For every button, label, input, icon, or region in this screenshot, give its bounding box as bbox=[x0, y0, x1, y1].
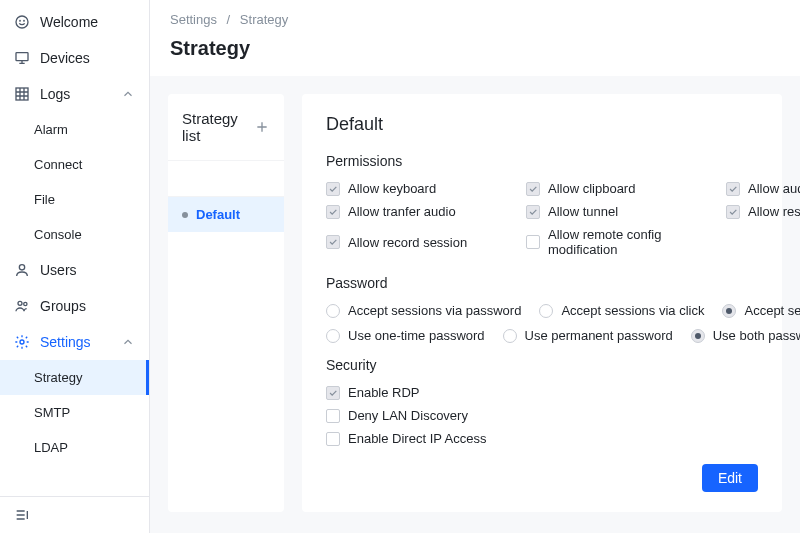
accept-via-both[interactable]: Accept sessions via both bbox=[722, 303, 800, 318]
checkbox-icon bbox=[526, 182, 540, 196]
sec-deny-lan[interactable]: Deny LAN Discovery bbox=[326, 408, 758, 423]
sidebar-item-strategy[interactable]: Strategy bbox=[0, 360, 149, 395]
sidebar-label: File bbox=[34, 192, 55, 207]
breadcrumb: Settings / Strategy bbox=[150, 0, 800, 27]
radio-icon bbox=[539, 304, 553, 318]
sidebar-item-logs[interactable]: Logs bbox=[0, 76, 149, 112]
perm-allow-clipboard[interactable]: Allow clipboard bbox=[526, 181, 706, 196]
sidebar-label: Welcome bbox=[40, 14, 98, 30]
use-permanent-password[interactable]: Use permanent password bbox=[503, 328, 673, 343]
checkbox-icon bbox=[726, 182, 740, 196]
strategy-list-item-label: Default bbox=[196, 207, 240, 222]
sidebar-item-devices[interactable]: Devices bbox=[0, 40, 149, 76]
svg-point-8 bbox=[20, 340, 24, 344]
status-dot-icon bbox=[182, 212, 188, 218]
use-onetime-password[interactable]: Use one-time password bbox=[326, 328, 485, 343]
sidebar-item-file[interactable]: File bbox=[0, 182, 149, 217]
perm-allow-remote-config[interactable]: Allow remote config modification bbox=[526, 227, 706, 257]
strategy-list-title: Strategy list bbox=[182, 110, 254, 144]
security-list: Enable RDP Deny LAN Discovery Enable Dir… bbox=[326, 385, 758, 446]
radio-icon bbox=[722, 304, 736, 318]
strategy-list-spacer bbox=[168, 161, 284, 197]
perm-allow-tunnel[interactable]: Allow tunnel bbox=[526, 204, 706, 219]
sidebar-item-groups[interactable]: Groups bbox=[0, 288, 149, 324]
sidebar-collapse[interactable] bbox=[0, 496, 149, 533]
checkbox-icon bbox=[326, 182, 340, 196]
sidebar-item-smtp[interactable]: SMTP bbox=[0, 395, 149, 430]
sidebar-label: Console bbox=[34, 227, 82, 242]
smile-icon bbox=[14, 14, 30, 30]
sec-direct-ip[interactable]: Enable Direct IP Access bbox=[326, 431, 758, 446]
detail-title: Default bbox=[326, 114, 758, 135]
users-icon bbox=[14, 298, 30, 314]
checkbox-icon bbox=[326, 235, 340, 249]
sidebar-label: SMTP bbox=[34, 405, 70, 420]
strategy-list-item[interactable]: Default bbox=[168, 197, 284, 232]
sidebar-label: Devices bbox=[40, 50, 90, 66]
checkbox-icon bbox=[326, 432, 340, 446]
svg-point-1 bbox=[20, 20, 21, 21]
main: Settings / Strategy Strategy Strategy li… bbox=[150, 0, 800, 533]
sidebar-label: LDAP bbox=[34, 440, 68, 455]
radio-icon bbox=[691, 329, 705, 343]
svg-point-6 bbox=[18, 301, 22, 305]
chevron-up-icon bbox=[121, 87, 135, 101]
strategy-list-panel: Strategy list Default bbox=[168, 94, 284, 512]
checkbox-icon bbox=[726, 205, 740, 219]
monitor-icon bbox=[14, 50, 30, 66]
svg-point-0 bbox=[16, 16, 28, 28]
add-strategy-button[interactable] bbox=[254, 119, 270, 135]
collapse-icon bbox=[14, 507, 30, 523]
radio-icon bbox=[326, 304, 340, 318]
radio-icon bbox=[503, 329, 517, 343]
svg-point-2 bbox=[24, 20, 25, 21]
sidebar-label: Settings bbox=[40, 334, 91, 350]
accept-via-password[interactable]: Accept sessions via password bbox=[326, 303, 521, 318]
sidebar-item-welcome[interactable]: Welcome bbox=[0, 4, 149, 40]
password-use-row: Use one-time password Use permanent pass… bbox=[326, 328, 758, 343]
perm-allow-keyboard[interactable]: Allow keyboard bbox=[326, 181, 506, 196]
page-title: Strategy bbox=[150, 27, 800, 76]
strategy-detail-panel: Default Permissions Allow keyboard Allow… bbox=[302, 94, 782, 512]
checkbox-icon bbox=[326, 205, 340, 219]
perm-allow-restart[interactable]: Allow restart bbox=[726, 204, 800, 219]
sidebar-label: Alarm bbox=[34, 122, 68, 137]
breadcrumb-settings[interactable]: Settings bbox=[170, 12, 217, 27]
svg-rect-3 bbox=[16, 53, 28, 61]
perm-allow-record[interactable]: Allow record session bbox=[326, 227, 506, 257]
perm-allow-audio[interactable]: Allow audio bbox=[726, 181, 800, 196]
sec-enable-rdp[interactable]: Enable RDP bbox=[326, 385, 758, 400]
sidebar-item-settings[interactable]: Settings bbox=[0, 324, 149, 360]
section-password-label: Password bbox=[326, 275, 758, 291]
radio-icon bbox=[326, 329, 340, 343]
svg-rect-4 bbox=[16, 88, 28, 100]
sidebar-label: Strategy bbox=[34, 370, 82, 385]
chevron-up-icon bbox=[121, 335, 135, 349]
perm-allow-transfer-audio[interactable]: Allow tranfer audio bbox=[326, 204, 506, 219]
accept-via-click[interactable]: Accept sessions via click bbox=[539, 303, 704, 318]
checkbox-icon bbox=[526, 205, 540, 219]
section-permissions-label: Permissions bbox=[326, 153, 758, 169]
sidebar: Welcome Devices Logs Alarm Connect File … bbox=[0, 0, 150, 533]
gear-icon bbox=[14, 334, 30, 350]
section-security-label: Security bbox=[326, 357, 758, 373]
sidebar-item-alarm[interactable]: Alarm bbox=[0, 112, 149, 147]
sidebar-label: Users bbox=[40, 262, 77, 278]
breadcrumb-sep: / bbox=[227, 12, 231, 27]
svg-point-7 bbox=[24, 302, 27, 305]
grid-icon bbox=[14, 86, 30, 102]
use-both-passwords[interactable]: Use both passwords bbox=[691, 328, 800, 343]
edit-button[interactable]: Edit bbox=[702, 464, 758, 492]
sidebar-label: Logs bbox=[40, 86, 70, 102]
sidebar-item-users[interactable]: Users bbox=[0, 252, 149, 288]
user-icon bbox=[14, 262, 30, 278]
checkbox-icon bbox=[326, 386, 340, 400]
sidebar-item-console[interactable]: Console bbox=[0, 217, 149, 252]
sidebar-item-connect[interactable]: Connect bbox=[0, 147, 149, 182]
password-accept-row: Accept sessions via password Accept sess… bbox=[326, 303, 758, 318]
permissions-grid: Allow keyboard Allow clipboard Allow aud… bbox=[326, 181, 758, 257]
svg-point-5 bbox=[19, 265, 24, 270]
sidebar-label: Connect bbox=[34, 157, 82, 172]
sidebar-item-ldap[interactable]: LDAP bbox=[0, 430, 149, 465]
sidebar-label: Groups bbox=[40, 298, 86, 314]
